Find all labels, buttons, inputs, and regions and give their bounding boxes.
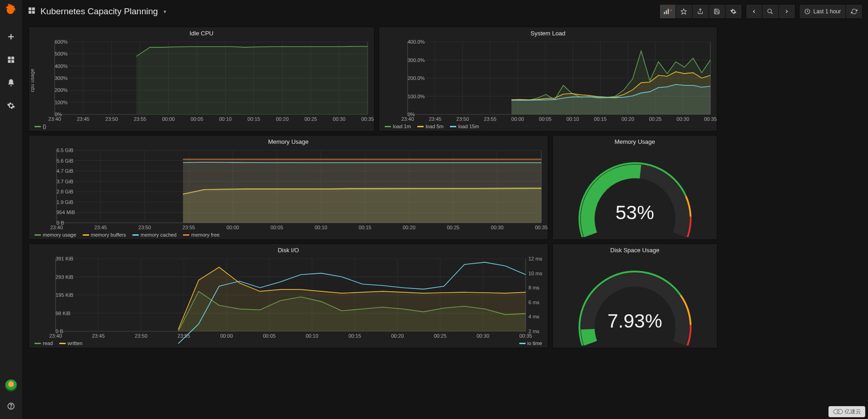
star-button[interactable] bbox=[676, 4, 692, 19]
chart-idle-cpu: 0%100%200%300%400%500%600%23:4023:4523:5… bbox=[29, 39, 374, 131]
svg-marker-17 bbox=[681, 9, 687, 14]
legend-item[interactable]: load 15m bbox=[450, 124, 479, 129]
y-axis-label: cpu usage bbox=[29, 69, 35, 92]
gauge-value: 53% bbox=[553, 202, 717, 224]
sidebar bbox=[0, 0, 22, 419]
legend-item[interactable]: memory buffers bbox=[83, 232, 126, 238]
svg-point-19 bbox=[768, 9, 772, 13]
legend: load 1mload 5mload 15m bbox=[385, 124, 479, 129]
svg-rect-3 bbox=[8, 57, 11, 59]
svg-text:+: + bbox=[670, 9, 672, 13]
svg-point-104 bbox=[837, 409, 843, 414]
chart-memory-usage: 0 B954 MiB1.9 GiB2.8 GiB3.7 GiB4.7 GiB5.… bbox=[29, 147, 548, 239]
panel-title: System Load bbox=[379, 27, 717, 39]
svg-rect-10 bbox=[32, 7, 35, 10]
svg-line-20 bbox=[771, 12, 773, 14]
panel-title: Memory Usage bbox=[553, 136, 717, 147]
watermark-icon bbox=[833, 408, 843, 415]
gauge-disk: 7.93% bbox=[553, 256, 717, 348]
add-icon[interactable] bbox=[5, 30, 17, 43]
legend-item[interactable]: memory cached bbox=[132, 232, 176, 238]
panel-idle-cpu[interactable]: Idle CPU 0%100%200%300%400%500%600%23:40… bbox=[28, 27, 374, 131]
svg-rect-11 bbox=[28, 11, 31, 13]
legend-item[interactable]: {} bbox=[34, 124, 46, 129]
user-avatar[interactable] bbox=[5, 379, 17, 391]
watermark: 亿速云 bbox=[828, 406, 865, 417]
dashboard-title[interactable]: Kubernetes Capacity Planning ▾ bbox=[28, 6, 166, 17]
panel-title: Disk I/O bbox=[29, 244, 548, 255]
svg-rect-14 bbox=[666, 11, 667, 14]
panel-title: Memory Usage bbox=[29, 136, 548, 147]
legend-item[interactable]: io time bbox=[519, 340, 542, 346]
legend-item[interactable]: load 5m bbox=[417, 124, 443, 129]
time-range-label: Last 1 hour bbox=[813, 8, 841, 15]
svg-rect-5 bbox=[8, 60, 11, 63]
save-button[interactable] bbox=[709, 4, 726, 19]
clock-icon bbox=[804, 8, 811, 15]
panel-title: Idle CPU bbox=[29, 27, 374, 39]
panel-title: Disk Space Usage bbox=[553, 244, 717, 255]
zoom-out-button[interactable] bbox=[762, 4, 779, 19]
chart-disk-io: 0 B98 KiB195 KiB293 KiB391 KiB2 ms4 ms6 … bbox=[29, 256, 548, 348]
panel-disk-gauge[interactable]: Disk Space Usage 7.93% bbox=[552, 243, 717, 348]
share-button[interactable] bbox=[692, 4, 709, 19]
time-forward-button[interactable] bbox=[779, 4, 795, 19]
grafana-logo-icon[interactable] bbox=[4, 3, 18, 17]
panel-memory-gauge[interactable]: Memory Usage 53% bbox=[552, 135, 717, 240]
legend: memory usagememory buffersmemory cachedm… bbox=[34, 232, 220, 238]
legend-item[interactable]: memory usage bbox=[34, 232, 76, 238]
time-range-button[interactable]: Last 1 hour bbox=[799, 4, 846, 19]
dashboard-grid-icon bbox=[28, 6, 36, 17]
svg-rect-12 bbox=[32, 11, 35, 13]
legend-item[interactable]: load 1m bbox=[385, 124, 411, 129]
svg-rect-9 bbox=[28, 7, 31, 10]
svg-rect-4 bbox=[11, 57, 14, 59]
toolbar: + Last 1 hour bbox=[659, 4, 862, 19]
panel-area: Idle CPU 0%100%200%300%400%500%600%23:40… bbox=[28, 27, 862, 413]
gauge-value: 7.93% bbox=[553, 310, 717, 332]
dashboards-icon[interactable] bbox=[5, 53, 17, 66]
settings-button[interactable] bbox=[726, 4, 742, 19]
legend: {} bbox=[34, 124, 46, 129]
svg-point-8 bbox=[11, 408, 11, 408]
legend-right: io time bbox=[519, 340, 542, 346]
svg-rect-15 bbox=[668, 9, 669, 14]
settings-icon[interactable] bbox=[5, 99, 17, 112]
svg-rect-6 bbox=[11, 60, 14, 63]
panel-memory-usage[interactable]: Memory Usage 0 B954 MiB1.9 GiB2.8 GiB3.7… bbox=[28, 135, 548, 240]
legend-item[interactable]: written bbox=[59, 340, 82, 346]
gauge-memory: 53% bbox=[553, 147, 717, 239]
legend-item[interactable]: read bbox=[34, 340, 53, 346]
chart-system-load: 0%100.0%200.0%300.0%400.0%23:4023:4523:5… bbox=[379, 39, 717, 131]
alerting-icon[interactable] bbox=[5, 76, 17, 89]
help-icon[interactable] bbox=[5, 400, 17, 413]
svg-rect-2 bbox=[8, 36, 14, 37]
legend: readwritten bbox=[34, 340, 82, 346]
svg-rect-13 bbox=[664, 12, 665, 14]
topbar: Kubernetes Capacity Planning ▾ + Last 1 … bbox=[22, 0, 868, 23]
panel-system-load[interactable]: System Load 0%100.0%200.0%300.0%400.0%23… bbox=[379, 27, 717, 131]
legend-item[interactable]: memory free bbox=[183, 232, 220, 238]
refresh-button[interactable] bbox=[846, 4, 862, 19]
page-title: Kubernetes Capacity Planning bbox=[40, 6, 158, 17]
add-panel-button[interactable]: + bbox=[659, 4, 676, 19]
dropdown-caret-icon: ▾ bbox=[164, 9, 166, 15]
panel-disk-io[interactable]: Disk I/O 0 B98 KiB195 KiB293 KiB391 KiB2… bbox=[28, 243, 548, 348]
time-back-button[interactable] bbox=[746, 4, 762, 19]
